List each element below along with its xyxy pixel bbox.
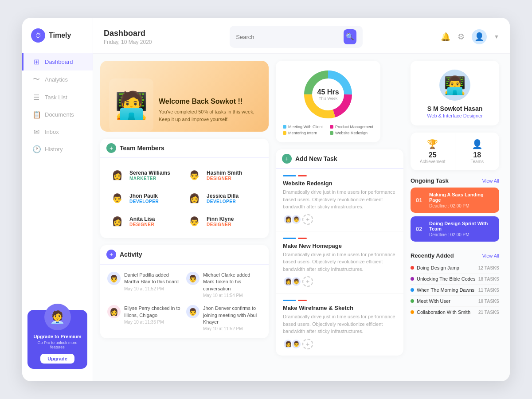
stat-teams[interactable]: 👤 18 Teams (455, 133, 500, 170)
sidebar-item-inbox[interactable]: ✉ Inbox (22, 123, 93, 141)
ongoing-view-all[interactable]: View All (482, 178, 499, 184)
sidebar-item-tasklist[interactable]: ☰ Task List (22, 89, 93, 106)
sidebar-item-documents[interactable]: 📋 Documents (22, 106, 93, 123)
activity-text: Michael Clarke added Mark Token to his c… (203, 272, 262, 292)
legend-dot (330, 125, 333, 129)
task-avatars: 👩 👨 + (283, 276, 396, 287)
recent-item-5: Collaboration With Smith 21 TASKS (411, 307, 499, 317)
member-avatar-finn: 👨 (186, 213, 202, 229)
donut-value: 45 Hrs (317, 88, 339, 96)
tasks-title: Add New Task (295, 155, 337, 162)
member-hashim-smith: 👨 Hashim Smith DESIGNER (184, 164, 262, 187)
sidebar-item-history[interactable]: 🕐 History (22, 141, 93, 158)
member-role: DEVELOPER (207, 199, 239, 204)
sidebar: ⏱ Timely ⊞ Dashboard 〜 Analytics ☰ Task … (22, 18, 93, 381)
legend-label: Product Management (335, 125, 373, 129)
recent-name: Meet With User (417, 298, 450, 304)
activity-avatar: 👨 (186, 272, 200, 285)
activity-time: May 10 at 11:35 PM (124, 320, 183, 325)
task-add-button[interactable]: + (282, 154, 292, 164)
hero-subtitle: You've completed 50% of tasks in this we… (159, 108, 260, 123)
activity-add-button[interactable]: + (106, 250, 116, 259)
notification-icon[interactable]: 🔔 (441, 32, 450, 42)
legend-item: Mentoring Intern (283, 131, 326, 135)
analytics-icon: 〜 (32, 75, 40, 84)
tasks-card: + Add New Task Website Redesign Dramatic… (276, 149, 403, 356)
profile-name: S M Sowkot Hasan (427, 105, 482, 112)
hero-figure: 🧑‍💻 (109, 78, 153, 132)
member-jhon-paulk: 👨 Jhon Paulk DEVELOPER (107, 187, 184, 210)
task-title: Make Wireframe & Sketch (283, 305, 396, 311)
legend-item: Meeting With Client (283, 125, 326, 129)
task-avatar-add[interactable]: + (302, 214, 313, 225)
logo-icon: ⏱ (31, 28, 45, 43)
activity-avatar: 👩 (107, 305, 121, 318)
task-avatars: 👩 👨 + (283, 214, 396, 225)
legend-dot (330, 131, 333, 135)
ongoing-task-item-2[interactable]: 02 Doing Design Sprint With Team Deadlin… (411, 216, 499, 242)
activity-time: May 10 at 11:54 PM (203, 293, 262, 298)
ongoing-num: 01 (416, 197, 425, 203)
task-avatars: 👩 👨 + (283, 339, 396, 349)
activity-detail: Ellyse Perry checked in to Illions, Chig… (124, 305, 183, 331)
ongoing-info: Doing Design Sprint With Team Deadline :… (429, 221, 494, 237)
donut-center: 45 Hrs This Week (317, 88, 339, 101)
search-input[interactable] (236, 34, 338, 40)
recently-view-all[interactable]: View All (482, 253, 499, 258)
dashboard-icon: ⊞ (32, 58, 40, 66)
task-desc: Dramatically drive just in time users fo… (283, 188, 396, 211)
sidebar-item-label-analytics: Analytics (45, 76, 68, 83)
legend-item: Product Management (330, 125, 373, 129)
user-avatar[interactable]: 👤 (472, 29, 487, 44)
left-column: 🧑‍💻 Welcome Back Sowkot !! You've comple… (100, 61, 269, 374)
recent-count: 11 TASKS (478, 288, 499, 293)
recent-left: Unlocking The Bible Codes (411, 276, 475, 282)
task-title: Make New Homepage (283, 243, 396, 249)
recent-count: 18 TASKS (478, 277, 499, 282)
trophy-icon: 🏆 (415, 139, 450, 149)
task-desc: Dramatically drive just in time users fo… (283, 251, 396, 273)
upgrade-button[interactable]: Upgrade (40, 354, 74, 364)
tasks-header: + Add New Task (276, 149, 403, 169)
task-avatar-add[interactable]: + (302, 339, 313, 349)
team-members-card: + Team Members 👩 Serena Williams MARKETE… (100, 139, 269, 238)
member-info: Finn Klyne DESIGNER (207, 216, 234, 227)
team-members-title: Team Members (120, 145, 164, 152)
activity-item: 👨 Jhon Denver confirms to joining meetin… (186, 303, 262, 333)
task-avatar: 👨 (291, 214, 301, 225)
activity-detail: Michael Clarke added Mark Token to his c… (203, 272, 262, 298)
donut-chart-card: 45 Hrs This Week Meeting With Client (276, 61, 380, 142)
legend-dot (283, 125, 286, 129)
logo-text: Timely (49, 31, 71, 39)
sidebar-item-analytics[interactable]: 〜 Analytics (22, 70, 93, 89)
task-title: Website Redesign (283, 180, 396, 187)
settings-icon[interactable]: ⚙ (458, 32, 465, 42)
search-area: 🔍 (159, 26, 434, 48)
recent-name: Collaboration With Smith (417, 309, 470, 315)
ongoing-name: Doing Design Sprint With Team (429, 221, 494, 231)
stat-num: 18 (460, 151, 495, 159)
ongoing-section-label: Ongoing Task View All (411, 177, 499, 184)
stats-row: 🏆 25 Achievement 👤 18 Teams (411, 133, 499, 170)
ongoing-task-item-1[interactable]: 01 Making A Saas Landing Page Deadline :… (411, 188, 499, 213)
recent-dot (411, 277, 414, 281)
activity-detail: Jhon Denver confirms to joining meeting … (203, 305, 262, 331)
team-members-header: + Team Members (100, 139, 269, 158)
ongoing-num: 02 (416, 226, 425, 232)
sidebar-item-dashboard[interactable]: ⊞ Dashboard (22, 53, 93, 70)
task-avatar-add[interactable]: + (302, 276, 313, 287)
activity-avatar: 👨 (186, 305, 200, 318)
team-add-button[interactable]: + (106, 143, 116, 153)
member-avatar-hashim: 👨 (186, 167, 202, 183)
task-line-blue (283, 300, 296, 301)
chevron-down-icon[interactable]: ▼ (494, 34, 499, 40)
search-button[interactable]: 🔍 (344, 29, 356, 44)
inner-content: 🧑‍💻 Welcome Back Sowkot !! You've comple… (93, 54, 510, 381)
profile-role: Web & Interface Designer (427, 113, 483, 118)
search-bar: 🔍 (230, 26, 363, 48)
stat-achievement[interactable]: 🏆 25 Achievement (411, 133, 455, 170)
activity-detail: Daniel Padilla added Martha Blair to thi… (124, 272, 183, 298)
member-avatar-jessica: 👩 (186, 190, 202, 206)
recent-left: When The Morning Dawns (411, 287, 474, 293)
upgrade-subtitle: Go Pro to unlock more features (33, 340, 82, 349)
